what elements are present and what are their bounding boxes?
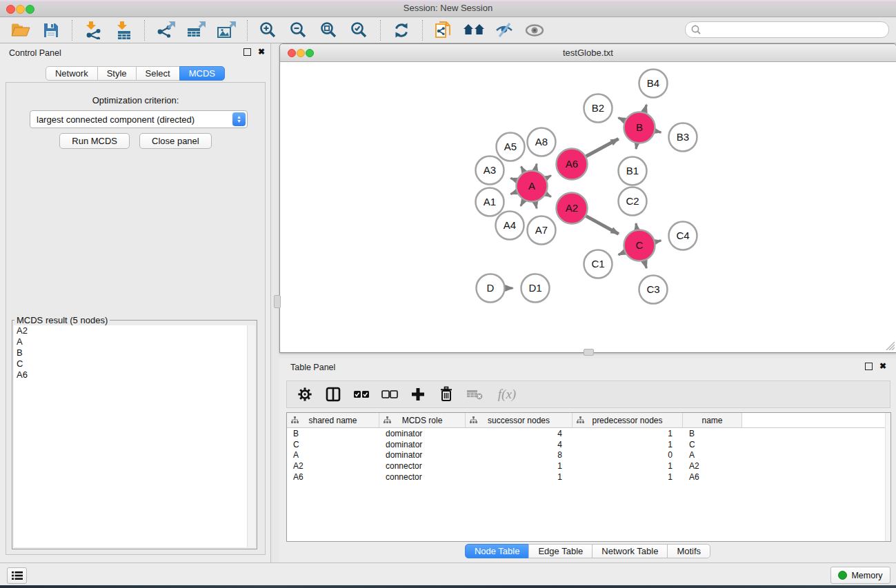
column-header-shared-name[interactable]: shared name [287, 413, 379, 427]
refresh-button[interactable] [390, 20, 413, 41]
search-input[interactable] [704, 23, 888, 37]
table-cell[interactable]: dominator [379, 429, 466, 438]
graph-node-C1[interactable]: C1 [584, 250, 613, 278]
graph-node-A1[interactable]: A1 [476, 188, 504, 216]
tab-edge-table[interactable]: Edge Table [528, 544, 593, 558]
export-image-button[interactable] [215, 20, 238, 41]
graph-node-D[interactable]: D [477, 274, 505, 303]
table-cell[interactable]: A [287, 450, 379, 460]
table-cell[interactable]: 1 [466, 472, 573, 482]
graph-edge-A-A6[interactable] [546, 176, 551, 179]
graph-edge-A-A8[interactable] [535, 164, 537, 170]
graph-edge-C-C2[interactable] [636, 223, 637, 230]
graph-edge-A-A2[interactable] [546, 194, 551, 196]
table-cell[interactable]: connector [379, 461, 466, 471]
zoom-out-button[interactable] [287, 20, 310, 41]
graph-node-A8[interactable]: A8 [528, 128, 556, 156]
table-cell[interactable]: C [287, 440, 379, 449]
graph-edge-A6-B[interactable] [586, 139, 619, 156]
table-cell[interactable]: 1 [573, 461, 683, 471]
graph-edge-A-A7[interactable] [535, 202, 537, 208]
new-network-from-file-button[interactable] [432, 20, 455, 41]
tab-mcds[interactable]: MCDS [179, 66, 225, 81]
graph-edge-C-C3[interactable] [644, 261, 646, 268]
table-cell[interactable]: A6 [683, 472, 742, 482]
table-row[interactable]: Bdominator41B [287, 428, 890, 439]
network-graph[interactable]: B4B2BB3A5A8A6B1A3AA1C2A2A4A7CC4C1C3DD1 [280, 62, 895, 352]
column-header-name[interactable]: name [683, 413, 742, 427]
table-row[interactable]: A6connector11A6 [287, 472, 890, 483]
table-settings-button[interactable] [295, 384, 315, 405]
memory-button[interactable]: Memory [830, 567, 890, 584]
table-row[interactable]: A2connector11A2 [287, 460, 890, 472]
mcds-result-item[interactable]: A [14, 336, 255, 347]
graph-edge-B-B3[interactable] [655, 131, 661, 132]
table-cell[interactable]: 4 [466, 429, 573, 438]
table-cell[interactable]: 0 [573, 450, 683, 460]
table-cell[interactable]: A2 [683, 461, 742, 471]
graph-edge-B-B4[interactable] [644, 105, 646, 112]
add-column-button[interactable] [408, 384, 428, 405]
graph-edge-C-C4[interactable] [655, 241, 661, 242]
graph-node-A2[interactable]: A2 [557, 193, 588, 224]
table-cell[interactable]: connector [379, 472, 466, 482]
tab-motifs[interactable]: Motifs [667, 544, 710, 558]
graph-node-B2[interactable]: B2 [584, 94, 613, 123]
graph-node-A6[interactable]: A6 [557, 149, 588, 180]
graph-node-B[interactable]: B [624, 112, 655, 143]
graph-node-B4[interactable]: B4 [639, 70, 668, 98]
table-row[interactable]: Adominator80A [287, 450, 890, 461]
graph-node-C[interactable]: C [624, 230, 655, 261]
open-session-button[interactable] [9, 20, 32, 41]
graph-edge-B-B2[interactable] [618, 118, 624, 121]
mcds-result-item[interactable]: A2 [14, 325, 255, 336]
table-cell[interactable]: 4 [466, 440, 573, 449]
save-session-button[interactable] [39, 20, 63, 41]
tab-network-table[interactable]: Network Table [592, 544, 668, 558]
graph-node-A3[interactable]: A3 [476, 156, 504, 185]
mcds-result-item[interactable]: A6 [14, 369, 255, 381]
graph-edge-A-A5[interactable] [521, 167, 524, 172]
select-all-button[interactable] [352, 384, 371, 405]
optimization-criterion-dropdown[interactable]: largest connected component (directed) ▲… [30, 110, 248, 128]
table-cell[interactable]: B [683, 429, 742, 438]
table-cell[interactable]: B [287, 429, 379, 438]
network-window-titlebar[interactable]: testGlobe.txt [280, 44, 896, 62]
graph-node-A[interactable]: A [517, 171, 548, 202]
table-close-panel-icon[interactable]: ✖ [879, 363, 886, 370]
close-panel-icon[interactable]: ✖ [258, 48, 265, 56]
deselect-all-button[interactable] [380, 384, 399, 405]
table-cell[interactable]: 1 [573, 472, 683, 482]
task-history-button[interactable] [7, 567, 27, 584]
tab-node-table[interactable]: Node Table [465, 544, 530, 558]
graph-edge-A2-C[interactable] [586, 216, 619, 234]
show-columns-button[interactable] [323, 384, 343, 405]
mcds-result-item[interactable]: C [14, 358, 255, 369]
graph-node-D1[interactable]: D1 [521, 274, 550, 303]
graph-node-C2[interactable]: C2 [619, 187, 647, 216]
show-all-button[interactable] [462, 20, 486, 41]
table-row[interactable]: Cdominator41C [287, 439, 890, 450]
table-cell[interactable]: 8 [466, 450, 573, 460]
mcds-result-list[interactable]: A2ABCA6 [14, 325, 255, 547]
table-scrollbar[interactable] [885, 413, 890, 541]
graph-node-C3[interactable]: C3 [639, 276, 668, 304]
graph-edge-A-A3[interactable] [510, 178, 517, 180]
graph-node-C4[interactable]: C4 [669, 222, 697, 250]
column-header-MCDS-role[interactable]: MCDS role [379, 413, 466, 427]
table-cell[interactable]: 1 [573, 440, 683, 449]
graph-node-A5[interactable]: A5 [497, 133, 525, 161]
graph-node-B3[interactable]: B3 [669, 123, 697, 152]
export-table-button[interactable] [184, 20, 208, 41]
table-cell[interactable]: dominator [379, 440, 466, 449]
table-float-panel-icon[interactable] [865, 363, 873, 370]
delete-column-button[interactable] [437, 384, 456, 405]
bottom-splitter-grip[interactable] [584, 349, 594, 356]
table-cell[interactable]: dominator [379, 450, 466, 460]
graph-node-A4[interactable]: A4 [496, 212, 524, 240]
graph-edge-B-B1[interactable] [636, 143, 637, 149]
show-hidden-button[interactable] [523, 20, 546, 41]
mcds-result-item[interactable]: B [14, 347, 255, 358]
tab-network[interactable]: Network [46, 66, 98, 81]
graph-edge-C-C1[interactable] [619, 252, 625, 255]
